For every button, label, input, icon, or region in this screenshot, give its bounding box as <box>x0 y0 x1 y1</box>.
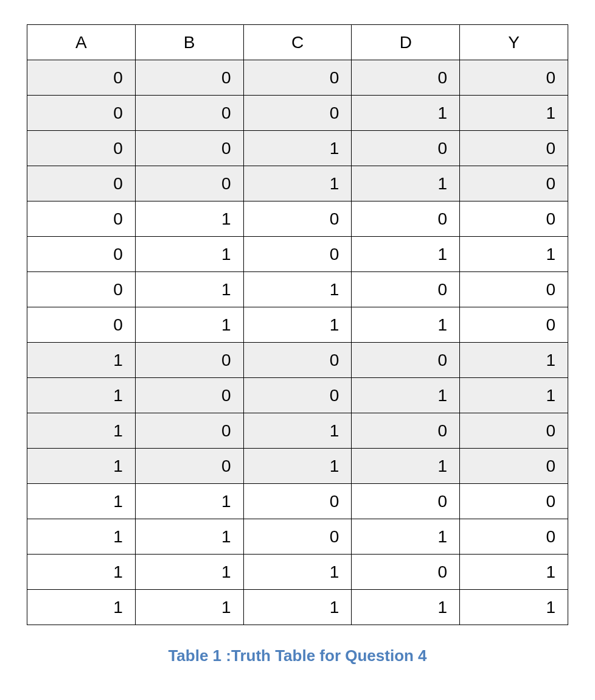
table-cell: 1 <box>352 449 460 484</box>
table-cell: 1 <box>352 96 460 131</box>
table-cell: 0 <box>243 519 352 555</box>
table-cell: 0 <box>460 166 568 201</box>
table-cell: 1 <box>352 237 460 272</box>
truth-table: A B C D Y 000000001100100001100100001011… <box>27 24 568 625</box>
table-cell: 1 <box>27 449 136 484</box>
table-cell: 0 <box>135 413 243 449</box>
table-cell: 0 <box>27 166 136 201</box>
table-cell: 0 <box>352 60 460 96</box>
table-row: 11010 <box>27 519 568 555</box>
table-cell: 1 <box>460 555 568 590</box>
table-cell: 0 <box>460 519 568 555</box>
table-row: 00100 <box>27 131 568 166</box>
table-cell: 0 <box>243 201 352 237</box>
table-cell: 1 <box>352 166 460 201</box>
table-cell: 0 <box>243 96 352 131</box>
table-cell: 0 <box>135 96 243 131</box>
table-cell: 1 <box>135 555 243 590</box>
table-cell: 0 <box>135 131 243 166</box>
table-cell: 1 <box>352 590 460 625</box>
table-cell: 1 <box>460 378 568 413</box>
table-cell: 1 <box>352 519 460 555</box>
table-cell: 0 <box>27 307 136 343</box>
table-cell: 0 <box>27 272 136 307</box>
table-cell: 0 <box>352 413 460 449</box>
table-row: 01110 <box>27 307 568 343</box>
table-row: 00000 <box>27 60 568 96</box>
col-header: A <box>27 25 136 60</box>
table-cell: 0 <box>460 131 568 166</box>
table-cell: 0 <box>243 378 352 413</box>
table-cell: 1 <box>243 413 352 449</box>
table-cell: 1 <box>135 590 243 625</box>
table-row: 00011 <box>27 96 568 131</box>
table-cell: 0 <box>243 343 352 378</box>
table-row: 00110 <box>27 166 568 201</box>
table-cell: 0 <box>243 237 352 272</box>
table-cell: 0 <box>460 60 568 96</box>
table-cell: 1 <box>135 272 243 307</box>
table-row: 01100 <box>27 272 568 307</box>
table-cell: 1 <box>27 555 136 590</box>
table-cell: 1 <box>460 343 568 378</box>
table-cell: 1 <box>135 519 243 555</box>
table-cell: 0 <box>460 272 568 307</box>
table-cell: 1 <box>243 272 352 307</box>
table-cell: 0 <box>27 96 136 131</box>
table-cell: 1 <box>243 166 352 201</box>
table-cell: 0 <box>460 449 568 484</box>
table-cell: 0 <box>352 484 460 519</box>
table-cell: 0 <box>243 484 352 519</box>
table-cell: 1 <box>27 590 136 625</box>
table-cell: 1 <box>27 413 136 449</box>
table-cell: 0 <box>135 378 243 413</box>
table-cell: 1 <box>460 237 568 272</box>
table-cell: 0 <box>135 166 243 201</box>
table-cell: 1 <box>243 555 352 590</box>
table-cell: 0 <box>352 555 460 590</box>
table-row: 01011 <box>27 237 568 272</box>
col-header: B <box>135 25 243 60</box>
table-cell: 1 <box>243 449 352 484</box>
col-header: Y <box>460 25 568 60</box>
table-cell: 1 <box>243 131 352 166</box>
col-header: C <box>243 25 352 60</box>
table-row: 11101 <box>27 555 568 590</box>
table-cell: 0 <box>352 343 460 378</box>
table-cell: 0 <box>460 413 568 449</box>
table-cell: 0 <box>27 131 136 166</box>
table-cell: 1 <box>27 378 136 413</box>
table-header-row: A B C D Y <box>27 25 568 60</box>
table-cell: 0 <box>135 60 243 96</box>
table-cell: 0 <box>460 201 568 237</box>
table-cell: 0 <box>460 484 568 519</box>
table-cell: 1 <box>135 484 243 519</box>
table-cell: 1 <box>243 590 352 625</box>
table-cell: 1 <box>352 307 460 343</box>
col-header: D <box>352 25 460 60</box>
table-cell: 0 <box>243 60 352 96</box>
table-cell: 1 <box>27 484 136 519</box>
table-cell: 0 <box>27 237 136 272</box>
table-row: 10110 <box>27 449 568 484</box>
table-cell: 0 <box>27 60 136 96</box>
table-cell: 1 <box>27 343 136 378</box>
table-cell: 1 <box>135 307 243 343</box>
table-cell: 1 <box>243 307 352 343</box>
table-cell: 1 <box>460 590 568 625</box>
table-cell: 0 <box>27 201 136 237</box>
table-cell: 0 <box>352 201 460 237</box>
table-cell: 0 <box>460 307 568 343</box>
table-caption: Table 1 :Truth Table for Question 4 <box>24 646 571 665</box>
table-row: 10100 <box>27 413 568 449</box>
table-row: 10011 <box>27 378 568 413</box>
table-cell: 1 <box>135 237 243 272</box>
table-cell: 1 <box>460 96 568 131</box>
table-row: 01000 <box>27 201 568 237</box>
table-cell: 1 <box>27 519 136 555</box>
table-row: 10001 <box>27 343 568 378</box>
table-cell: 0 <box>135 343 243 378</box>
table-row: 11000 <box>27 484 568 519</box>
table-cell: 0 <box>135 449 243 484</box>
table-cell: 0 <box>352 131 460 166</box>
